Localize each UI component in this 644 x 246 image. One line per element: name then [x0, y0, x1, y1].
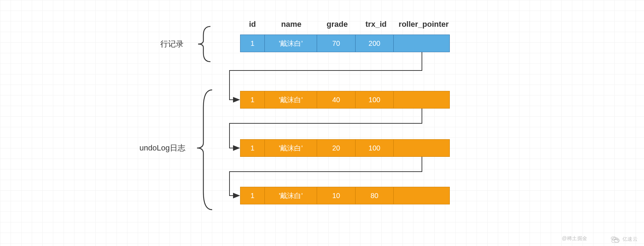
watermark-juejin: @稀土掘金 — [562, 235, 588, 242]
diagram-canvas: id name grade trx_id roller_pointer 行记录 … — [0, 0, 644, 246]
svg-point-1 — [614, 239, 619, 242]
pointer-arrows — [0, 0, 644, 246]
cloud-icon — [610, 235, 620, 243]
watermark-yisu-text: 亿速云 — [622, 236, 638, 242]
watermark-yisu: 亿速云 — [610, 235, 638, 243]
